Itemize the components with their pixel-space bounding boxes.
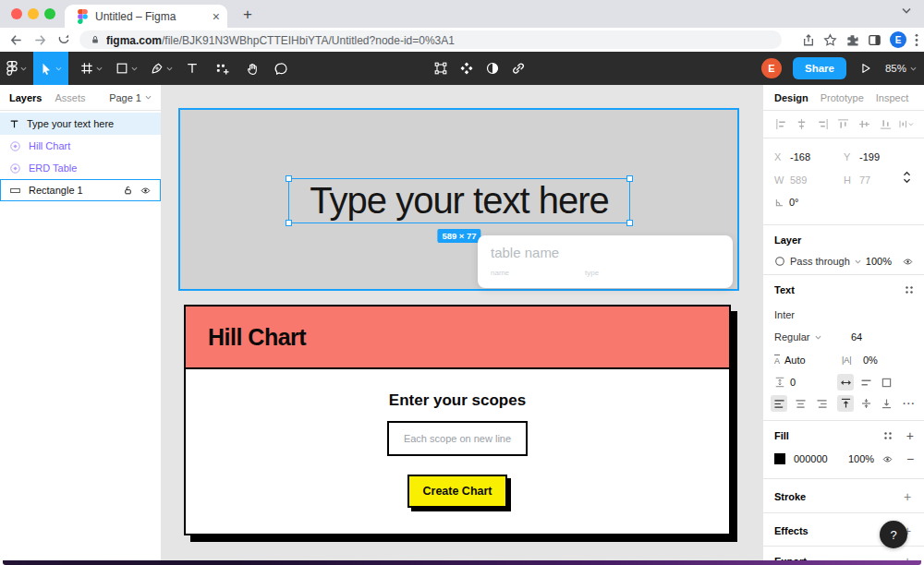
minimize-window-button[interactable] xyxy=(28,8,39,19)
text-styles-icon[interactable] xyxy=(905,285,914,295)
width-field[interactable]: W 589 xyxy=(774,173,839,187)
figma-user-avatar[interactable]: E xyxy=(761,58,782,78)
canvas-text[interactable]: Type your text here xyxy=(310,180,608,222)
layer-row-rectangle[interactable]: Rectangle 1 xyxy=(0,179,161,201)
erd-table-card[interactable]: table name name type xyxy=(478,235,733,288)
paragraph-spacing-field[interactable]: 0 xyxy=(790,377,796,388)
shape-tool-button[interactable] xyxy=(109,52,144,85)
new-tab-button[interactable]: + xyxy=(237,4,259,26)
address-bar[interactable]: figma.com/file/BJK91N3WBhpCTTEIHbiYTA/Un… xyxy=(79,30,782,49)
frame-tool-button[interactable] xyxy=(74,52,109,85)
blend-mode-select[interactable]: Pass through xyxy=(790,256,850,267)
fill-color-swatch[interactable] xyxy=(774,453,785,464)
tab-prototype[interactable]: Prototype xyxy=(821,92,864,103)
visibility-eye-icon[interactable] xyxy=(902,257,914,267)
add-stroke-icon[interactable]: + xyxy=(900,489,915,504)
main-menu-button[interactable] xyxy=(0,52,33,85)
create-chart-button[interactable]: Create Chart xyxy=(407,475,507,508)
distribute-more-icon[interactable] xyxy=(898,116,915,133)
tab-search-chevron-icon[interactable] xyxy=(902,7,911,14)
resize-horizontal-icon[interactable] xyxy=(837,374,854,391)
tab-design[interactable]: Design xyxy=(774,92,808,103)
browser-profile-avatar[interactable]: E xyxy=(890,31,906,48)
extensions-puzzle-icon[interactable] xyxy=(845,33,859,47)
layer-row-hill-chart[interactable]: Hill Chart xyxy=(0,135,161,157)
selection-handle-sw[interactable] xyxy=(286,220,292,226)
fill-styles-icon[interactable] xyxy=(883,431,893,440)
unlock-icon[interactable] xyxy=(123,185,133,196)
align-vertical-center-icon[interactable] xyxy=(857,116,873,133)
align-right-icon[interactable] xyxy=(814,116,831,133)
x-position-field[interactable]: X -168 xyxy=(774,150,839,164)
text-align-left-icon[interactable] xyxy=(771,395,787,412)
tab-assets[interactable]: Assets xyxy=(55,92,85,103)
move-tool-button[interactable] xyxy=(33,52,68,85)
forward-icon[interactable] xyxy=(28,30,52,50)
font-size-field[interactable]: 64 xyxy=(851,331,862,343)
selection-handle-ne[interactable] xyxy=(626,175,633,182)
layer-row-erd-table[interactable]: ERD Table xyxy=(0,157,161,179)
align-top-icon[interactable] xyxy=(835,116,852,133)
font-family-select[interactable]: Inter xyxy=(774,307,795,322)
line-height-field[interactable]: Auto xyxy=(784,355,806,366)
vertical-align-middle-icon[interactable] xyxy=(857,395,874,412)
help-button[interactable]: ? xyxy=(880,521,907,548)
use-as-mask-icon[interactable] xyxy=(484,60,501,77)
align-left-icon[interactable] xyxy=(772,116,789,133)
share-page-icon[interactable] xyxy=(802,33,815,47)
link-icon[interactable] xyxy=(510,60,527,77)
zoom-window-button[interactable] xyxy=(44,8,55,19)
side-panel-icon[interactable] xyxy=(868,33,881,47)
selection-handle-nw[interactable] xyxy=(286,175,292,182)
remove-fill-icon[interactable]: − xyxy=(906,451,914,466)
resources-tool-button[interactable] xyxy=(209,52,236,85)
visibility-eye-icon[interactable] xyxy=(140,185,152,196)
auto-height-icon[interactable] xyxy=(857,374,874,391)
y-position-field[interactable]: Y -199 xyxy=(844,150,908,164)
vertical-align-top-icon[interactable] xyxy=(837,395,854,412)
fixed-size-icon[interactable] xyxy=(878,374,894,391)
present-play-icon[interactable] xyxy=(857,60,874,77)
canvas[interactable]: Type your text here 589 × 77 table name … xyxy=(162,85,762,565)
selection-handle-se[interactable] xyxy=(626,220,633,226)
close-window-button[interactable] xyxy=(11,8,22,19)
reload-icon[interactable] xyxy=(52,30,76,50)
bookmark-star-icon[interactable] xyxy=(823,33,837,47)
browser-tab[interactable]: Untitled – Figma × xyxy=(65,5,227,28)
create-component-icon[interactable] xyxy=(458,60,475,77)
align-horizontal-center-icon[interactable] xyxy=(794,116,810,133)
scopes-input[interactable] xyxy=(387,421,528,456)
text-selection-box[interactable]: Type your text here xyxy=(288,178,630,223)
text-more-options-icon[interactable]: ··· xyxy=(903,398,916,409)
align-bottom-icon[interactable] xyxy=(877,116,894,133)
fill-opacity-field[interactable]: 100% xyxy=(848,453,874,464)
text-align-center-icon[interactable] xyxy=(792,395,808,412)
add-fill-icon[interactable]: + xyxy=(906,428,914,443)
font-weight-select[interactable]: Regular xyxy=(774,331,810,343)
height-field[interactable]: H 77 xyxy=(844,173,894,187)
zoom-level-control[interactable]: 85% xyxy=(885,63,917,74)
layer-row-text[interactable]: Type your text here xyxy=(0,113,161,135)
fill-hex-field[interactable]: 000000 xyxy=(794,453,828,464)
text-tool-button[interactable] xyxy=(179,52,205,85)
blend-mode-icon[interactable] xyxy=(774,256,785,267)
page-selector[interactable]: Page 1 xyxy=(109,92,152,103)
constrain-proportions-icon[interactable] xyxy=(902,170,912,185)
browser-menu-kebab-icon[interactable] xyxy=(915,33,918,47)
hill-chart-card[interactable]: Hill Chart Enter your scopes Create Char… xyxy=(184,305,731,535)
layer-opacity-value[interactable]: 100% xyxy=(866,256,892,267)
vertical-align-bottom-icon[interactable] xyxy=(878,395,894,412)
close-tab-icon[interactable]: × xyxy=(213,10,220,23)
tab-inspect[interactable]: Inspect xyxy=(876,92,908,103)
back-icon[interactable] xyxy=(4,30,28,50)
hand-tool-button[interactable] xyxy=(239,52,265,85)
tab-layers[interactable]: Layers xyxy=(9,92,42,103)
comment-tool-button[interactable] xyxy=(267,52,294,85)
rotation-field[interactable]: 0° xyxy=(774,195,848,210)
pen-tool-button[interactable] xyxy=(144,52,179,85)
edit-object-icon[interactable] xyxy=(432,60,449,77)
visibility-eye-icon[interactable] xyxy=(881,454,894,464)
share-button[interactable]: Share xyxy=(793,57,846,79)
letter-spacing-field[interactable]: 0% xyxy=(863,355,878,366)
text-align-right-icon[interactable] xyxy=(813,395,830,412)
